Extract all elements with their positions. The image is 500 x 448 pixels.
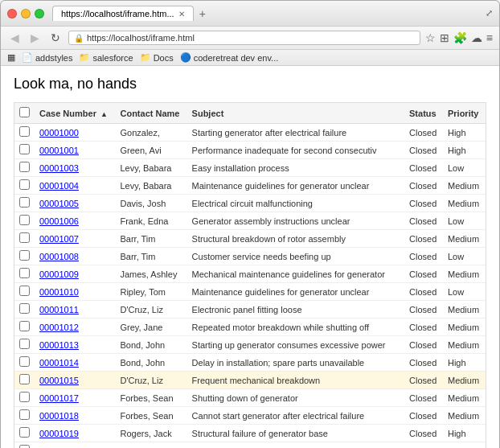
row-checkbox[interactable]	[19, 197, 30, 208]
row-checkbox[interactable]	[19, 427, 30, 438]
table-row: 00001013 Bond, John Starting up generato…	[14, 336, 486, 354]
row-case-number[interactable]: 00001007	[35, 230, 115, 248]
row-case-number[interactable]: 00001003	[35, 159, 115, 177]
row-checkbox[interactable]	[19, 268, 30, 278]
row-priority: Low	[443, 159, 486, 177]
header-subject[interactable]: Subject	[187, 103, 404, 124]
select-all-checkbox[interactable]	[19, 107, 30, 117]
row-contact-name: Davis, Josh	[115, 195, 186, 212]
maximize-button[interactable]	[35, 9, 44, 18]
row-priority: Medium	[443, 372, 486, 389]
extension-icon[interactable]: 🧩	[453, 31, 467, 44]
row-checkbox-cell	[14, 142, 35, 159]
row-checkbox-cell	[14, 195, 35, 212]
browser-window: https://localhost/iframe.htm... ✕ + ⤢ ◀ …	[0, 0, 500, 448]
bookmarks-bar: ▦ 📄 addstyles 📁 salesforce 📁 Docs 🔵 code…	[1, 50, 499, 66]
row-contact-name: Levy, Babara	[115, 177, 186, 195]
new-tab-button[interactable]: +	[195, 7, 210, 20]
row-checkbox[interactable]	[19, 374, 30, 384]
row-checkbox[interactable]	[19, 179, 30, 190]
header-case-number[interactable]: Case Number ▲	[35, 103, 115, 124]
row-case-number[interactable]: 00001008	[35, 248, 115, 265]
bookmark-addstyles[interactable]: 📄 addstyles	[22, 52, 72, 63]
row-subject: Easy installation process	[187, 159, 404, 177]
table-header-row: Case Number ▲ Contact Name Subject Statu…	[14, 103, 486, 124]
row-case-number[interactable]: 00001017	[35, 389, 115, 407]
row-case-number[interactable]: 00001009	[35, 265, 115, 283]
row-contact-name: D'Cruz, Liz	[115, 301, 186, 319]
row-checkbox[interactable]	[19, 232, 30, 243]
bookmark-salesforce[interactable]: 📁 salesforce	[79, 52, 133, 63]
header-checkbox-col	[14, 103, 35, 124]
table-row: 00001017 Forbes, Sean Shutting down of g…	[14, 389, 486, 407]
row-case-number[interactable]: 00001001	[35, 142, 115, 159]
row-case-number[interactable]: 00001018	[35, 407, 115, 425]
row-case-number[interactable]: 00001020	[35, 442, 115, 449]
row-priority: Low	[443, 283, 486, 301]
restore-button[interactable]: ⤢	[486, 8, 493, 18]
row-case-number[interactable]: 00001012	[35, 319, 115, 336]
header-priority[interactable]: Priority	[443, 103, 486, 124]
forward-button[interactable]: ▶	[27, 30, 43, 46]
row-checkbox-cell	[14, 301, 35, 319]
row-contact-name: Barr, Tim	[115, 230, 186, 248]
row-checkbox[interactable]	[19, 215, 30, 225]
row-priority: High	[443, 425, 486, 442]
tab-close-icon[interactable]: ✕	[178, 10, 185, 18]
security-icon: 🔒	[74, 34, 84, 43]
row-checkbox[interactable]	[19, 392, 30, 402]
header-contact-name[interactable]: Contact Name	[115, 103, 186, 124]
menu-button[interactable]: ≡	[486, 31, 493, 44]
row-checkbox[interactable]	[19, 339, 30, 349]
row-case-number[interactable]: 00001004	[35, 177, 115, 195]
row-checkbox[interactable]	[19, 409, 30, 420]
page-content: Look ma, no hands Case Number ▲ Contact …	[1, 66, 499, 448]
row-case-number[interactable]: 00001011	[35, 301, 115, 319]
row-case-number[interactable]: 00001000	[35, 124, 115, 142]
minimize-button[interactable]	[21, 9, 31, 18]
bookmark-docs[interactable]: 📁 Docs	[140, 52, 174, 63]
row-checkbox-cell	[14, 372, 35, 389]
star-icon[interactable]: ☆	[425, 31, 436, 44]
row-checkbox-cell	[14, 425, 35, 442]
row-case-number[interactable]: 00001014	[35, 354, 115, 372]
row-checkbox-cell	[14, 389, 35, 407]
row-status: Closed	[404, 425, 443, 442]
row-checkbox[interactable]	[19, 321, 30, 331]
row-checkbox[interactable]	[19, 303, 30, 314]
header-status[interactable]: Status	[404, 103, 443, 124]
row-status: Closed	[404, 177, 443, 195]
row-case-number[interactable]: 00001013	[35, 336, 115, 354]
close-button[interactable]	[7, 9, 17, 18]
row-checkbox[interactable]	[19, 126, 30, 137]
row-checkbox[interactable]	[19, 250, 30, 261]
window-controls	[7, 9, 44, 18]
bookmark-coderetreat[interactable]: 🔵 coderetreat dev env...	[180, 52, 279, 63]
row-checkbox[interactable]	[19, 144, 30, 154]
table-row: 00001000 Gonzalez, Starting generator af…	[14, 124, 486, 142]
table-row: 00001004 Levy, Babara Maintenance guidel…	[14, 177, 486, 195]
row-case-number[interactable]: 00001015	[35, 372, 115, 389]
row-status: Closed	[404, 442, 443, 449]
row-checkbox-cell	[14, 442, 35, 449]
row-checkbox-cell	[14, 159, 35, 177]
row-case-number[interactable]: 00001019	[35, 425, 115, 442]
row-case-number[interactable]: 00001005	[35, 195, 115, 212]
row-checkbox[interactable]	[19, 162, 30, 172]
refresh-button[interactable]: ↻	[47, 30, 64, 46]
row-case-number[interactable]: 00001010	[35, 283, 115, 301]
table-row: 00001015 D'Cruz, Liz Frequent mechanical…	[14, 372, 486, 389]
bookmark-apps[interactable]: ▦	[7, 52, 15, 63]
row-checkbox[interactable]	[19, 445, 30, 448]
row-case-number[interactable]: 00001006	[35, 212, 115, 230]
row-checkbox[interactable]	[19, 286, 30, 296]
table-row: 00001020 Rogers, Jack Power generation b…	[14, 442, 486, 449]
back-button[interactable]: ◀	[7, 30, 23, 46]
row-subject: Power generation below stated level	[187, 442, 404, 449]
address-bar[interactable]: 🔒 https://localhost/iframe.html	[68, 31, 420, 45]
salesforce-icon[interactable]: ☁	[471, 31, 482, 44]
tab-manager-icon[interactable]: ⊞	[440, 31, 449, 44]
row-status: Closed	[404, 124, 443, 142]
browser-tab[interactable]: https://localhost/iframe.htm... ✕	[52, 6, 194, 21]
row-checkbox[interactable]	[19, 356, 30, 367]
